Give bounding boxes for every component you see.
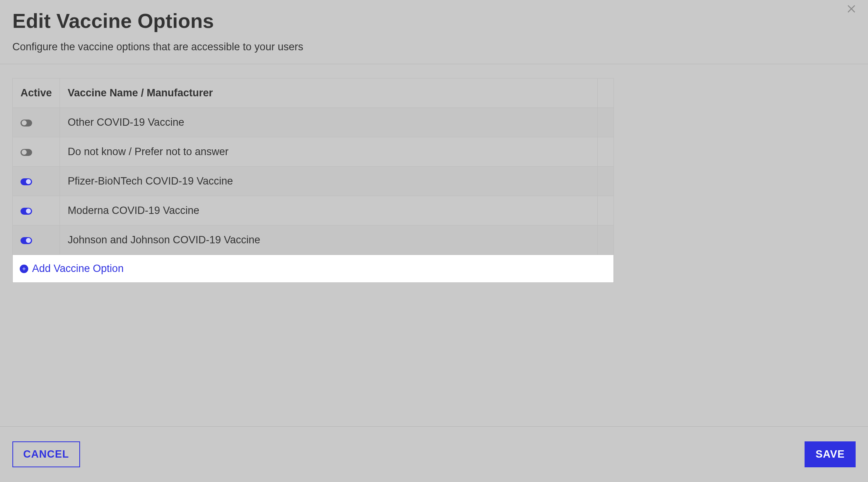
cell-active	[13, 137, 60, 167]
table-row: Do not know / Prefer not to answer	[13, 137, 613, 167]
modal-subtitle: Configure the vaccine options that are a…	[12, 41, 856, 53]
column-header-name: Vaccine Name / Manufacturer	[60, 79, 597, 108]
active-toggle[interactable]	[21, 120, 32, 126]
cell-vaccine-name: Pfizer-BioNTech COVID-19 Vaccine	[60, 167, 597, 196]
modal-body: Active Vaccine Name / Manufacturer Other…	[0, 64, 868, 426]
add-vaccine-option-button[interactable]: Add Vaccine Option	[13, 255, 613, 282]
column-header-active: Active	[13, 79, 60, 108]
cell-vaccine-name: Other COVID-19 Vaccine	[60, 108, 597, 137]
cell-actions	[597, 196, 613, 226]
cell-vaccine-name: Do not know / Prefer not to answer	[60, 137, 597, 167]
toggle-knob-icon	[26, 209, 31, 214]
table-row: Johnson and Johnson COVID-19 Vaccine	[13, 226, 613, 255]
active-toggle[interactable]	[21, 178, 32, 185]
cell-active	[13, 226, 60, 255]
edit-vaccine-options-modal: Edit Vaccine Options Configure the vacci…	[0, 0, 868, 482]
active-toggle[interactable]	[21, 237, 32, 244]
table-row: Moderna COVID-19 Vaccine	[13, 196, 613, 226]
cancel-button[interactable]: CANCEL	[12, 441, 80, 467]
toggle-knob-icon	[22, 120, 27, 125]
vaccine-options-table: Active Vaccine Name / Manufacturer Other…	[13, 79, 613, 255]
modal-footer: CANCEL SAVE	[0, 426, 868, 482]
active-toggle[interactable]	[21, 149, 32, 156]
column-header-actions	[597, 79, 613, 108]
modal-header: Edit Vaccine Options Configure the vacci…	[0, 0, 868, 64]
modal-title: Edit Vaccine Options	[12, 9, 856, 32]
cell-vaccine-name: Johnson and Johnson COVID-19 Vaccine	[60, 226, 597, 255]
cell-active	[13, 196, 60, 226]
toggle-knob-icon	[22, 150, 27, 155]
toggle-knob-icon	[26, 179, 31, 184]
close-icon[interactable]	[846, 2, 857, 14]
cell-actions	[597, 108, 613, 137]
cell-active	[13, 108, 60, 137]
cell-actions	[597, 226, 613, 255]
cell-actions	[597, 137, 613, 167]
vaccine-options-table-wrap: Active Vaccine Name / Manufacturer Other…	[12, 78, 614, 283]
plus-circle-icon	[20, 265, 28, 273]
table-row: Other COVID-19 Vaccine	[13, 108, 613, 137]
toggle-knob-icon	[26, 238, 31, 243]
add-vaccine-option-label: Add Vaccine Option	[32, 263, 124, 275]
cell-actions	[597, 167, 613, 196]
cell-vaccine-name: Moderna COVID-19 Vaccine	[60, 196, 597, 226]
active-toggle[interactable]	[21, 208, 32, 215]
cell-active	[13, 167, 60, 196]
save-button[interactable]: SAVE	[805, 441, 856, 467]
table-row: Pfizer-BioNTech COVID-19 Vaccine	[13, 167, 613, 196]
